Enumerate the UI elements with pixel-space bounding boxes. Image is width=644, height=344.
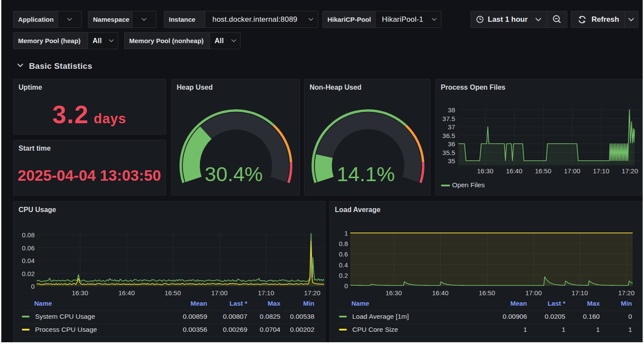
svg-text:14.1%: 14.1%	[336, 162, 394, 185]
svg-text:30.4%: 30.4%	[204, 162, 262, 185]
